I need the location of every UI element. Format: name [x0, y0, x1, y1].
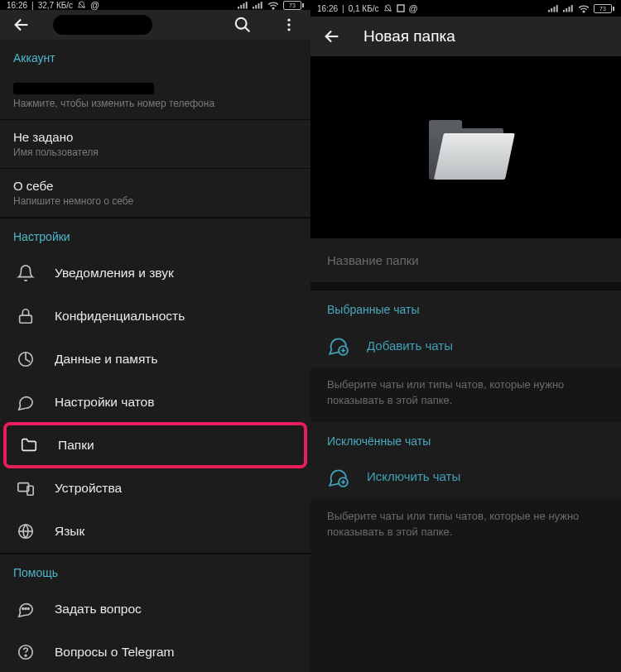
notifications-row[interactable]: Уведомления и звук	[0, 252, 310, 295]
svg-point-20	[27, 608, 29, 610]
svg-rect-24	[548, 10, 550, 12]
phone-row[interactable]: Нажмите, чтобы изменить номер телефона	[0, 73, 310, 120]
username-row[interactable]: Не задано Имя пользователя	[0, 120, 310, 169]
svg-rect-6	[258, 3, 260, 9]
bio-title: О себе	[13, 179, 297, 193]
svg-point-32	[583, 11, 585, 12]
new-folder-title: Новая папка	[363, 27, 614, 46]
status-net: 32,7 КБ/с	[38, 1, 73, 10]
svg-rect-29	[566, 8, 567, 12]
bell-off-icon	[383, 4, 392, 13]
privacy-label: Конфиденциальность	[55, 309, 185, 324]
svg-rect-4	[253, 7, 254, 9]
ask-label: Задать вопрос	[55, 602, 142, 617]
account-header: Аккаунт	[0, 40, 310, 73]
included-header: Выбранные чаты	[310, 290, 621, 323]
svg-rect-3	[246, 2, 248, 8]
included-hint: Выберите чаты или типы чатов, которые ну…	[310, 367, 621, 422]
at-icon: @	[90, 0, 99, 10]
svg-rect-26	[554, 7, 556, 12]
svg-point-22	[25, 655, 26, 656]
folder-name-input[interactable]: Название папки	[310, 238, 621, 282]
devices-label: Устройства	[55, 481, 122, 496]
globe-icon	[17, 522, 35, 540]
svg-rect-23	[397, 5, 404, 12]
bell-icon	[17, 264, 35, 282]
svg-rect-1	[240, 5, 242, 9]
account-section: Аккаунт Нажмите, чтобы изменить номер те…	[0, 40, 310, 217]
add-chats-label: Добавить чаты	[367, 338, 453, 353]
svg-rect-0	[238, 7, 239, 9]
excluded-hint: Выберите чаты или типы чатов, которые не…	[310, 499, 621, 554]
status-time: 16:26	[317, 4, 338, 13]
svg-point-8	[272, 7, 274, 9]
back-button[interactable]	[317, 22, 347, 51]
chat-label: Настройки чатов	[55, 395, 154, 410]
signal-icon-2	[253, 1, 263, 9]
ask-question-row[interactable]: Задать вопрос	[0, 588, 310, 631]
app-bar-right: Новая папка	[310, 17, 621, 56]
svg-rect-5	[255, 5, 257, 9]
svg-point-10	[287, 19, 290, 22]
search-button[interactable]	[228, 10, 258, 40]
language-row[interactable]: Язык	[0, 510, 310, 553]
folder-illustration	[429, 115, 503, 180]
svg-rect-7	[261, 2, 262, 8]
username-sub: Имя пользователя	[13, 146, 297, 158]
exclude-chat-icon	[327, 466, 349, 487]
svg-point-18	[22, 608, 24, 610]
battery-icon: 73	[594, 4, 614, 13]
username-title: Не задано	[13, 130, 297, 144]
bio-row[interactable]: О себе Напишите немного о себе	[0, 169, 310, 217]
signal-icon-2	[563, 4, 574, 12]
notifications-label: Уведомления и звук	[55, 266, 174, 281]
wifi-icon	[578, 4, 590, 13]
status-net: 0,1 КБ/с	[349, 4, 379, 13]
svg-rect-28	[563, 10, 565, 12]
folder-name-placeholder: Название папки	[327, 253, 419, 267]
bell-off-icon	[77, 1, 86, 10]
privacy-row[interactable]: Конфиденциальность	[0, 295, 310, 338]
svg-point-19	[25, 608, 26, 610]
at-icon: @	[409, 3, 418, 13]
add-chat-icon	[327, 334, 349, 356]
status-time: 16:26	[7, 1, 27, 10]
app-bar	[0, 10, 310, 40]
back-button[interactable]	[7, 10, 36, 40]
wifi-icon	[267, 1, 279, 10]
svg-point-11	[287, 23, 290, 26]
language-label: Язык	[55, 524, 84, 539]
data-row[interactable]: Данные и память	[0, 338, 310, 381]
exclude-chats-button[interactable]: Исключить чаты	[310, 454, 621, 499]
page-title	[53, 15, 211, 35]
folders-row[interactable]: Папки	[3, 422, 307, 468]
signal-icon	[548, 4, 559, 12]
faq-row[interactable]: Вопросы о Telegram	[0, 631, 310, 672]
folder-hero	[310, 56, 621, 238]
settings-screen: 16:26 | 32,7 КБ/с @ 73 Аккаунт	[0, 0, 310, 672]
excluded-chats-section: Исключённые чаты Исключить чаты	[310, 422, 621, 499]
svg-point-9	[236, 18, 247, 29]
devices-row[interactable]: Устройства	[0, 467, 310, 510]
chat-settings-row[interactable]: Настройки чатов	[0, 381, 310, 424]
question-chat-icon	[17, 600, 35, 618]
signal-icon	[238, 1, 248, 9]
folder-icon	[20, 436, 38, 454]
svg-rect-13	[20, 315, 32, 323]
devices-icon	[17, 479, 35, 497]
help-header: Помощь	[0, 554, 310, 588]
phone-hint: Нажмите, чтобы изменить номер телефона	[13, 98, 297, 109]
battery-icon: 73	[283, 1, 304, 10]
bio-sub: Напишите немного о себе	[13, 195, 297, 207]
square-icon	[397, 4, 405, 12]
faq-label: Вопросы о Telegram	[55, 645, 174, 660]
more-button[interactable]	[274, 10, 304, 40]
settings-header: Настройки	[0, 218, 310, 252]
included-chats-section: Выбранные чаты Добавить чаты	[310, 290, 621, 367]
svg-rect-25	[551, 8, 552, 12]
status-bar-right: 16:26 | 0,1 КБ/с @ 73	[310, 0, 621, 17]
add-chats-button[interactable]: Добавить чаты	[310, 323, 621, 367]
exclude-chats-label: Исключить чаты	[367, 469, 460, 483]
excluded-header: Исключённые чаты	[310, 422, 621, 454]
data-icon	[17, 350, 35, 368]
